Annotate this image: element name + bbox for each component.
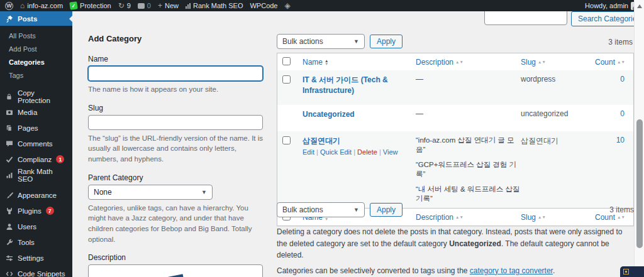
- complianz-badge: 1: [56, 155, 64, 163]
- categories-list: Search Categories 3 items Bulk actions ▼…: [277, 11, 634, 277]
- sidebar-item-media[interactable]: Media: [0, 104, 72, 120]
- category-slug-input[interactable]: [88, 115, 263, 130]
- category-to-tag-converter-link[interactable]: category to tag converter: [470, 266, 553, 275]
- column-header-description[interactable]: Description▲▼: [416, 58, 521, 67]
- sort-icon: ▲▼: [617, 60, 625, 63]
- floating-widget-button[interactable]: [620, 266, 644, 277]
- sidebar-item-code-snippets[interactable]: Code Snippets: [0, 266, 72, 277]
- site-menu[interactable]: ⌂ info-az.com: [20, 2, 63, 9]
- category-name-link[interactable]: IT & 서버 가이드 (Tech & Infrastructure): [303, 75, 388, 95]
- sidebar-item-copy-protection[interactable]: Copy Protection: [0, 89, 72, 104]
- wpcode-diamond-icon[interactable]: ◈: [285, 2, 291, 9]
- sidebar-item-add-post[interactable]: Add Post: [0, 43, 72, 56]
- view-link[interactable]: View: [383, 148, 398, 156]
- site-watermark-arrows: info- az.com: [109, 266, 242, 277]
- sort-icon: ▲▼: [455, 60, 464, 63]
- category-description: “info-az.com 삽질 연대기 글 모음” “GCP+워드프레스 삽질 …: [416, 136, 521, 204]
- parent-category-select[interactable]: None ▼: [88, 185, 213, 200]
- category-name-link[interactable]: Uncategorized: [303, 110, 355, 119]
- table-row: IT & 서버 가이드 (Tech & Infrastructure) — wo…: [277, 70, 633, 105]
- category-slug: wordpress: [521, 75, 595, 84]
- category-name-link[interactable]: 삽질연대기: [303, 136, 340, 145]
- sidebar-item-settings[interactable]: Settings: [0, 250, 72, 266]
- protection-menu[interactable]: ✓ Protection: [70, 2, 111, 9]
- category-count-link[interactable]: 0: [620, 109, 625, 118]
- column-header-count[interactable]: Count▲▼: [595, 58, 628, 67]
- sidebar-item-rank-math[interactable]: Rank Math SEO: [0, 167, 72, 183]
- category-name-input[interactable]: [88, 66, 263, 81]
- sidebar-item-all-posts[interactable]: All Posts: [0, 30, 72, 43]
- sidebar-item-comments[interactable]: Comments: [0, 136, 72, 151]
- sidebar-item-label: Complianz: [18, 156, 52, 163]
- table-row: 삽질연대기 Edit | Quick Edit | Delete | View …: [277, 131, 633, 208]
- quick-edit-link[interactable]: Quick Edit: [320, 148, 352, 156]
- comments-menu[interactable]: 0: [138, 2, 151, 9]
- sidebar-item-users[interactable]: Users: [0, 219, 72, 234]
- wpcode-menu[interactable]: WPCode: [250, 2, 277, 9]
- chevron-down-icon: ▼: [353, 207, 359, 213]
- table-row: Uncategorized — uncategorized 0: [277, 105, 633, 131]
- user-icon: [5, 223, 13, 231]
- table-header: Name▲▼ Description▲▼ Slug▲▼ Count▲▼: [277, 53, 633, 70]
- sidebar-item-label: Copy Protection: [18, 89, 67, 104]
- bar-chart-icon: [5, 171, 13, 179]
- wrench-icon: [5, 239, 13, 246]
- row-checkbox[interactable]: [282, 75, 291, 84]
- new-label: New: [165, 2, 179, 9]
- wpcode-label: WPCode: [250, 2, 277, 9]
- wp-logo-icon[interactable]: W: [5, 2, 13, 10]
- pin-icon: [5, 15, 13, 23]
- column-header-slug[interactable]: Slug▲▼: [521, 58, 595, 67]
- sidebar-item-plugins[interactable]: Plugins 7: [0, 203, 72, 219]
- rank-math-menu[interactable]: Rank Math SEO: [186, 2, 243, 9]
- updates-menu[interactable]: ↻ 9: [118, 2, 131, 9]
- bulk-actions-select[interactable]: Bulk actions ▼: [277, 34, 365, 49]
- sidebar-item-label: Appearance: [18, 192, 57, 199]
- edit-link[interactable]: Edit: [303, 148, 314, 156]
- comments-icon: [5, 140, 13, 148]
- select-all-checkbox[interactable]: [282, 57, 291, 65]
- description-textarea[interactable]: info- az.com: [88, 264, 263, 277]
- bulk-actions-select[interactable]: Bulk actions ▼: [277, 202, 365, 217]
- footer-notes: Deleting a category does not delete the …: [277, 226, 634, 277]
- add-category-title: Add Category: [88, 34, 264, 43]
- page-scrollbar[interactable]: [634, 0, 644, 277]
- scrollbar-thumb[interactable]: [636, 119, 643, 248]
- categories-table: Name▲▼ Description▲▼ Slug▲▼ Count▲▼ IT &…: [277, 53, 634, 226]
- row-actions: Edit | Quick Edit | Delete | View: [303, 148, 416, 156]
- apply-button[interactable]: Apply: [370, 203, 402, 217]
- protection-shield-icon: ✓: [69, 1, 78, 10]
- sidebar-item-label: Users: [18, 223, 36, 231]
- bulk-actions-row-top: Bulk actions ▼ Apply: [277, 34, 634, 49]
- pages-icon: [5, 124, 13, 132]
- apply-button[interactable]: Apply: [370, 35, 402, 48]
- sidebar-item-complianz[interactable]: Complianz 1: [0, 151, 72, 167]
- main-content: Add Category Name The name is how it app…: [72, 11, 644, 277]
- new-menu[interactable]: + New: [158, 2, 179, 9]
- sidebar-item-posts[interactable]: Posts: [0, 11, 72, 26]
- scroll-up-arrow-icon[interactable]: [637, 2, 642, 8]
- sidebar-item-appearance[interactable]: Appearance: [0, 187, 72, 203]
- parent-category-label: Parent Category: [88, 173, 264, 182]
- sidebar-item-tools[interactable]: Tools: [0, 234, 72, 250]
- category-slug: uncategorized: [521, 109, 595, 118]
- chart-icon: [186, 3, 191, 9]
- column-header-name[interactable]: Name▲▼: [303, 58, 416, 67]
- category-count-link[interactable]: 0: [620, 75, 625, 84]
- sidebar-item-label: Posts: [18, 15, 37, 23]
- plugins-badge: 7: [46, 207, 54, 215]
- sidebar-item-label: Plugins: [18, 207, 42, 215]
- delete-link[interactable]: Delete: [357, 148, 377, 156]
- sliders-icon: [5, 254, 13, 262]
- search-categories-button[interactable]: Search Categories: [571, 11, 644, 26]
- sidebar-item-pages[interactable]: Pages: [0, 120, 72, 136]
- update-count: 9: [127, 2, 131, 9]
- row-checkbox[interactable]: [282, 136, 291, 144]
- sidebar-item-categories[interactable]: Categories: [0, 56, 72, 69]
- sidebar-item-tags[interactable]: Tags: [0, 69, 72, 82]
- category-count-link[interactable]: 10: [616, 136, 625, 144]
- account-menu[interactable]: Howdy, admin: [585, 2, 639, 10]
- plugin-icon: [5, 207, 13, 215]
- converter-note: Categories can be selectively converted …: [277, 265, 634, 277]
- lock-icon: [5, 93, 13, 100]
